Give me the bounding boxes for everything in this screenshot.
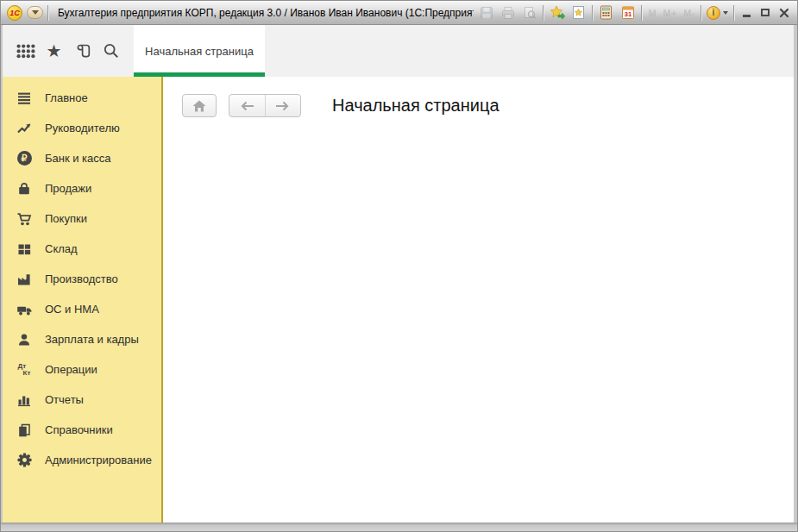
calculator-icon (600, 5, 613, 20)
sidebar-item-label: Операции (45, 363, 97, 376)
calendar-icon: 31 (621, 5, 635, 20)
close-icon (779, 8, 789, 18)
sidebar-item-label: Руководителю (45, 122, 120, 135)
divider (592, 5, 593, 21)
scroll-icon (73, 41, 92, 60)
maximize-icon (761, 9, 770, 16)
memory-recall-button[interactable]: M (647, 8, 657, 18)
body: Главное Руководителю ₽ Банк и касса (3, 77, 794, 523)
menu-lines-icon (15, 91, 34, 106)
gear-icon (15, 452, 34, 468)
grid-dots-icon (16, 44, 35, 59)
sidebar-item-purchases[interactable]: Покупки (3, 203, 161, 234)
search-icon (103, 42, 120, 59)
sidebar-item-operations[interactable]: Дт Кт Операции (3, 354, 161, 385)
sidebar-item-directories[interactable]: Справочники (3, 415, 161, 445)
sidebar: Главное Руководителю ₽ Банк и касса (3, 77, 163, 523)
arrow-right-icon (275, 101, 290, 111)
ruble-icon: ₽ (15, 151, 34, 166)
history-panel-button[interactable] (72, 40, 94, 62)
system-menu-button[interactable] (27, 6, 43, 19)
chevron-down-icon (32, 10, 39, 15)
page-star-icon (572, 5, 585, 20)
sidebar-item-salary-hr[interactable]: Зарплата и кадры (3, 324, 161, 354)
sidebar-item-bank-cash[interactable]: ₽ Банк и касса (3, 143, 161, 173)
divider (543, 5, 544, 21)
sidebar-item-production[interactable]: Производство (3, 264, 161, 294)
close-button[interactable] (777, 6, 791, 20)
divider (733, 5, 734, 21)
tab-bar: ★ Начальная страница (3, 25, 794, 77)
titlebar: 1С Бухгалтерия предприятия КОРП, редакци… (1, 1, 797, 25)
sidebar-item-label: Справочники (45, 423, 113, 436)
main-content: Начальная страница (163, 77, 794, 523)
sidebar-item-main[interactable]: Главное (3, 83, 161, 113)
chevron-down-icon (723, 11, 728, 15)
window-title: Бухгалтерия предприятия КОРП, редакция 3… (58, 7, 474, 19)
main-menu-button[interactable] (15, 40, 37, 62)
calendar-button[interactable]: 31 (619, 4, 636, 21)
star-icon: ★ (47, 42, 62, 59)
1c-logo: 1С (7, 5, 22, 21)
back-button[interactable] (229, 95, 265, 116)
info-button[interactable]: i (707, 6, 728, 20)
sidebar-item-reports[interactable]: Отчеты (3, 385, 161, 415)
sidebar-item-sales[interactable]: Продажи (3, 173, 161, 203)
books-icon (15, 422, 34, 438)
divider (701, 5, 701, 21)
debit-credit-icon: Дт Кт (15, 363, 34, 377)
add-favorite-button[interactable] (549, 4, 565, 21)
sidebar-item-label: Отчеты (45, 393, 84, 406)
warehouse-icon (15, 241, 34, 257)
sidebar-item-label: Покупки (45, 212, 87, 225)
favorites-panel-button[interactable]: ★ (43, 40, 66, 62)
main-header: Начальная страница (163, 77, 794, 117)
print-button[interactable] (500, 4, 516, 21)
sidebar-item-manager[interactable]: Руководителю (3, 113, 161, 143)
maximize-button[interactable] (758, 6, 772, 20)
sidebar-item-label: Продажи (45, 182, 91, 195)
favorites-button[interactable] (570, 4, 587, 21)
calculator-button[interactable] (598, 4, 614, 21)
sidebar-item-label: Производство (45, 272, 118, 285)
bag-icon (15, 181, 34, 197)
trend-icon (15, 121, 34, 136)
home-button[interactable] (182, 94, 217, 117)
memory-add-button[interactable]: M+ (663, 8, 678, 18)
arrow-left-icon (240, 101, 254, 111)
sidebar-item-label: ОС и НМА (45, 303, 99, 316)
sidebar-item-warehouse[interactable]: Склад (3, 234, 161, 264)
window-bottom-frame (1, 523, 797, 531)
page-magnifier-icon (523, 6, 537, 20)
minimize-button[interactable] (739, 6, 753, 20)
page-title: Начальная страница (332, 96, 500, 116)
star-arrow-icon (550, 5, 565, 20)
titlebar-actions: 31 M M+ M- i (478, 4, 791, 21)
sidebar-item-label: Банк и касса (45, 152, 111, 165)
search-button[interactable] (100, 40, 123, 62)
sidebar-item-label: Склад (45, 242, 78, 255)
calendar-day: 31 (625, 10, 631, 18)
history-nav-group (229, 94, 301, 117)
bar-chart-icon (15, 392, 34, 408)
printer-icon (501, 6, 515, 20)
forward-button[interactable] (265, 95, 301, 116)
person-icon (15, 332, 34, 347)
print-preview-button[interactable] (521, 4, 537, 21)
tab-home-page[interactable]: Начальная страница (134, 25, 265, 77)
minimize-icon (743, 15, 751, 17)
cart-icon (15, 211, 34, 227)
sidebar-item-fixed-assets[interactable]: ОС и НМА (3, 294, 161, 324)
truck-icon (15, 302, 34, 317)
factory-icon (15, 272, 34, 287)
memory-subtract-button[interactable]: M- (682, 8, 695, 18)
app-window: 1С Бухгалтерия предприятия КОРП, редакци… (0, 0, 798, 532)
sidebar-item-label: Главное (45, 91, 88, 104)
sidebar-item-administration[interactable]: Администрирование (3, 445, 161, 475)
divider (641, 5, 642, 21)
save-button[interactable] (478, 4, 494, 21)
divider (47, 5, 48, 21)
sidebar-item-label: Администрирование (45, 454, 152, 466)
info-icon: i (707, 6, 720, 20)
home-icon (192, 100, 206, 112)
